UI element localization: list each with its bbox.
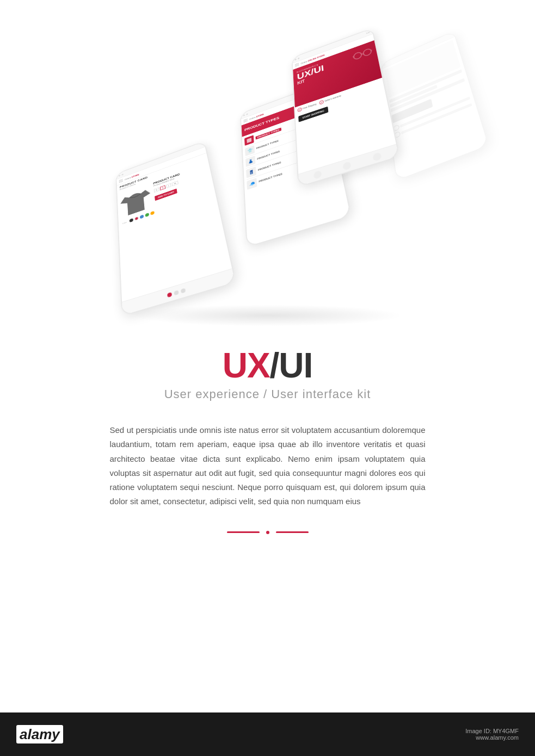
divider-line-left <box>227 531 260 533</box>
phone-product-card: Online STORE PRODUCT CARD Product's Name <box>115 141 236 317</box>
phone1-status: 9:41 <box>366 31 370 34</box>
footer-bar: alamy Image ID: MY4GMF www.alamy.com <box>0 712 535 756</box>
divider <box>227 531 309 534</box>
divider-line-right <box>276 531 309 533</box>
phones-section: 9:41 Online Online STORE ECOMMERCE UX/UI… <box>0 0 535 326</box>
image-id: Image ID: MY4GMF <box>465 728 519 734</box>
title-slash: / <box>270 346 279 385</box>
content-section: UX/UI User experience / User interface k… <box>77 326 458 561</box>
divider-dot <box>266 531 269 534</box>
watermark-info: Image ID: MY4GMF www.alamy.com <box>465 728 519 741</box>
subtitle: User experience / User interface kit <box>164 387 371 401</box>
phone-wireframe <box>380 30 489 181</box>
iso-scene: 9:41 Online Online STORE ECOMMERCE UX/UI… <box>83 11 453 315</box>
phone-home: 9:41 Online Online STORE ECOMMERCE UX/UI… <box>291 28 400 188</box>
title-ux: UX <box>223 346 270 385</box>
alamy-logo: alamy <box>16 726 63 743</box>
page-container: 9:41 Online Online STORE ECOMMERCE UX/UI… <box>0 0 535 756</box>
phone-shadow <box>132 305 404 326</box>
main-title: UX/UI <box>223 348 313 383</box>
alamy-logo-text: alamy <box>16 725 63 743</box>
body-text: Sed ut perspiciatis unde omnis iste natu… <box>110 423 426 509</box>
alamy-url: www.alamy.com <box>465 734 519 741</box>
title-ui: UI <box>279 346 312 385</box>
